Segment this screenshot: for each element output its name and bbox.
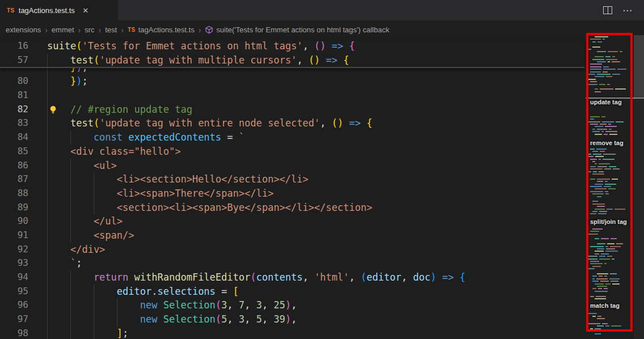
code-text[interactable]: new Selection(5, 3, 5, 39),: [47, 312, 297, 327]
code-line-91[interactable]: 91<span/>: [0, 228, 584, 243]
split-editor-icon[interactable]: [603, 6, 612, 14]
code-line-93[interactable]: 93`;: [0, 256, 584, 270]
line-number[interactable]: 94: [0, 270, 28, 285]
indent-guide: [94, 201, 117, 215]
code-text[interactable]: <li><span>There</span></li>: [47, 187, 273, 201]
line-number[interactable]: 97: [0, 312, 28, 327]
code-text[interactable]: </div>: [47, 243, 105, 257]
code-line-81[interactable]: 81: [0, 88, 584, 103]
code-line-96[interactable]: 96new Selection(3, 7, 3, 25),: [0, 298, 584, 312]
code-line-82[interactable]: 82// #region update tag: [0, 103, 584, 117]
code-text[interactable]: <span/>: [47, 228, 134, 243]
gutter: [28, 116, 47, 130]
code-line-94[interactable]: 94return withRandomFileEditor(contents, …: [0, 270, 584, 285]
code-text[interactable]: <li><section>Hello</section></li>: [47, 172, 309, 187]
code-text[interactable]: editor.selections = [: [47, 285, 239, 299]
line-number[interactable]: 85: [0, 145, 28, 159]
line-number[interactable]: 16: [0, 39, 28, 53]
tab-tagactions-test-ts[interactable]: TS tagActions.test.ts ×: [0, 0, 118, 20]
line-number[interactable]: [0, 68, 28, 74]
code-line-87[interactable]: 87<li><section>Hello</section></li>: [0, 172, 584, 187]
line-number[interactable]: 86: [0, 159, 28, 173]
code-text[interactable]: `;: [47, 256, 82, 270]
line-number[interactable]: 95: [0, 285, 28, 299]
minimap-line: [595, 156, 604, 157]
gutter: [28, 201, 47, 215]
gutter: [28, 285, 47, 299]
code-line-84[interactable]: 84const expectedContents = `: [0, 130, 584, 145]
line-number[interactable]: 87: [0, 172, 28, 187]
scrollbar-slider[interactable]: [634, 35, 644, 98]
line-number[interactable]: 83: [0, 116, 28, 130]
line-number[interactable]: 80: [0, 74, 28, 88]
line-number[interactable]: 89: [0, 201, 28, 215]
line-number[interactable]: 57: [0, 53, 28, 67]
sticky-scroll[interactable]: 16suite('Tests for Emmet actions on html…: [0, 39, 584, 68]
minimap-line: [590, 328, 593, 329]
line-number[interactable]: 84: [0, 130, 28, 145]
gutter: [28, 130, 47, 145]
line-number[interactable]: 81: [0, 88, 28, 103]
code-text[interactable]: test('update tag with entire node select…: [47, 116, 372, 130]
code-text[interactable]: test('update tag with multiple cursors',…: [47, 53, 349, 67]
code-line-89[interactable]: 89<section><li><span>Bye</span></li></se…: [0, 201, 584, 215]
code-line-98[interactable]: 98];: [0, 327, 584, 339]
code-line-90[interactable]: 90</ul>: [0, 214, 584, 228]
code-text[interactable]: suite('Tests for Emmet actions on html t…: [47, 39, 355, 53]
breadcrumb-item-suite[interactable]: suite('Tests for Emmet actions on html t…: [205, 26, 389, 34]
close-icon[interactable]: ×: [83, 6, 89, 15]
code-text[interactable]: new Selection(3, 7, 3, 25),: [47, 298, 297, 312]
breadcrumb-item-src[interactable]: src: [85, 26, 94, 34]
breadcrumb-item-extensions[interactable]: extensions: [6, 26, 41, 34]
code-text[interactable]: });: [47, 68, 88, 74]
minimap-line: [593, 154, 602, 155]
line-number[interactable]: 96: [0, 298, 28, 312]
code-line-97[interactable]: 97new Selection(5, 3, 5, 39),: [0, 312, 584, 327]
minimap-line: [592, 46, 600, 48]
minimap-line: [590, 116, 600, 117]
code-text[interactable]: <section><li><span>Bye</span></li></sect…: [47, 201, 372, 215]
code-text[interactable]: </ul>: [47, 214, 123, 228]
token-pun: .: [151, 286, 157, 297]
code-text[interactable]: return withRandomFileEditor(contents, 'h…: [47, 270, 465, 285]
code-text[interactable]: <ul>: [47, 159, 117, 173]
minimap-line: [614, 209, 625, 210]
line-number[interactable]: 82: [0, 103, 28, 117]
lightbulb-icon[interactable]: [49, 105, 57, 114]
code-text[interactable]: const expectedContents = `: [47, 130, 245, 145]
code-text[interactable]: });: [47, 74, 88, 88]
line-number[interactable]: 88: [0, 187, 28, 201]
gutter: [28, 53, 47, 67]
code-line-85[interactable]: 85<div class="hello">: [0, 145, 584, 159]
breadcrumb-item-emmet[interactable]: emmet: [52, 26, 74, 34]
code-text[interactable]: <div class="hello">: [47, 145, 180, 159]
token-cvar: expectedContents: [128, 132, 221, 143]
editor[interactable]: 16suite('Tests for Emmet actions on html…: [0, 39, 584, 339]
code-line-88[interactable]: 88<li><span>There</span></li>: [0, 187, 584, 201]
breadcrumb-item-test[interactable]: test: [105, 26, 117, 34]
line-number[interactable]: 98: [0, 327, 28, 339]
code-line-80[interactable]: 80});: [0, 74, 584, 88]
code-line-16[interactable]: 16suite('Tests for Emmet actions on html…: [0, 39, 584, 53]
line-number[interactable]: 90: [0, 214, 28, 228]
more-actions-icon[interactable]: ⋯: [622, 6, 633, 15]
code-line-83[interactable]: 83test('update tag with entire node sele…: [0, 116, 584, 130]
minimap-line: [617, 69, 626, 70]
line-number[interactable]: 92: [0, 243, 28, 257]
code-line-95[interactable]: 95editor.selections = [: [0, 285, 584, 299]
token-fn: withRandomFileEditor: [134, 272, 251, 283]
indent-guide: [70, 201, 94, 215]
code-text[interactable]: ];: [47, 327, 128, 339]
minimap[interactable]: update tagremove tagsplit/join tagmatch …: [584, 35, 644, 339]
line-number[interactable]: 91: [0, 228, 28, 243]
breadcrumb-item-tagactions[interactable]: TStagActions.test.ts: [128, 26, 195, 34]
code-text[interactable]: // #region update tag: [47, 103, 192, 117]
token-str: <li><section>Hello</section></li>: [117, 173, 309, 185]
code-text[interactable]: [47, 88, 70, 103]
code-line-92[interactable]: 92</div>: [0, 243, 584, 257]
code-line-57[interactable]: 57test('update tag with multiple cursors…: [0, 53, 584, 67]
scrollbar[interactable]: [634, 35, 644, 339]
code-line-clipped[interactable]: });: [0, 68, 584, 74]
line-number[interactable]: 93: [0, 256, 28, 270]
code-line-86[interactable]: 86<ul>: [0, 159, 584, 173]
